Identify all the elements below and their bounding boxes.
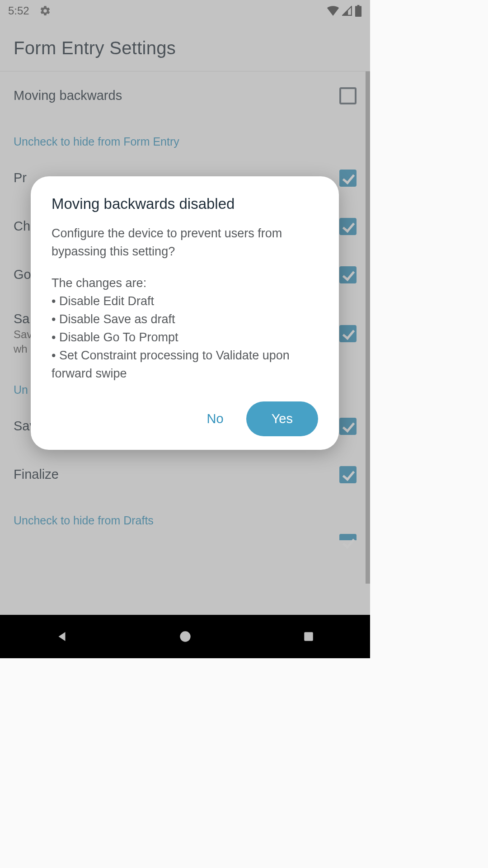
svg-point-0 — [180, 631, 190, 642]
android-nav-bar — [0, 615, 370, 658]
dialog-bullet: Disable Go To Prompt — [52, 328, 318, 346]
svg-rect-1 — [304, 632, 313, 641]
dialog-yes-button[interactable]: Yes — [246, 401, 318, 436]
dialog-no-button[interactable]: No — [203, 405, 227, 433]
nav-home-button[interactable] — [177, 628, 194, 645]
dialog-bullet: Disable Edit Draft — [52, 292, 318, 310]
dialog-bullet: Set Constraint processing to Validate up… — [52, 346, 318, 382]
dialog-bullet: Disable Save as draft — [52, 310, 318, 328]
dialog-changes-intro: The changes are: — [52, 274, 318, 292]
nav-recent-button[interactable] — [300, 628, 317, 645]
nav-back-button[interactable] — [53, 628, 70, 645]
dialog-title: Moving backwards disabled — [52, 195, 318, 212]
dialog-message: Configure the device to prevent users fr… — [52, 224, 318, 260]
dialog-bullet-list: Disable Edit Draft Disable Save as draft… — [52, 292, 318, 382]
dialog-moving-backwards-disabled: Moving backwards disabled Configure the … — [31, 176, 339, 450]
